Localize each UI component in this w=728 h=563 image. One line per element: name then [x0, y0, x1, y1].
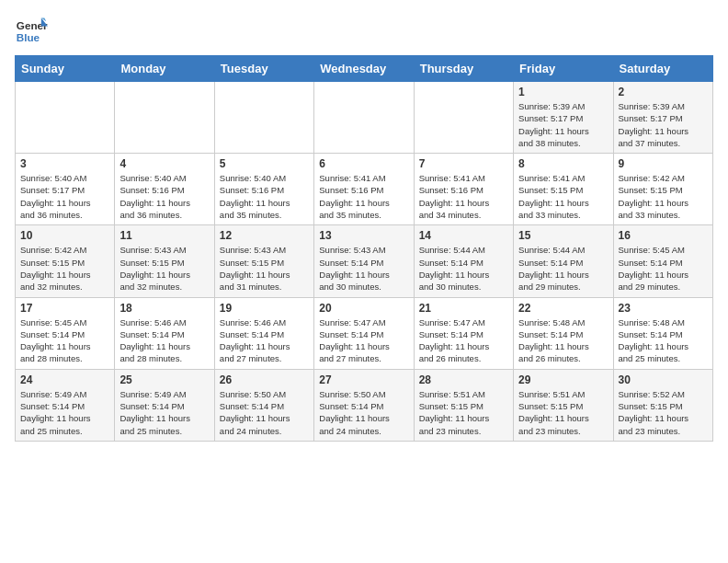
day-number: 14	[419, 229, 508, 242]
day-cell	[16, 82, 115, 154]
day-info: Sunrise: 5:39 AM Sunset: 5:17 PM Dayligh…	[619, 100, 708, 149]
calendar-table: SundayMondayTuesdayWednesdayThursdayFrid…	[15, 55, 713, 442]
day-number: 19	[220, 302, 309, 315]
day-cell: 19Sunrise: 5:46 AM Sunset: 5:14 PM Dayli…	[214, 297, 313, 369]
day-info: Sunrise: 5:48 AM Sunset: 5:14 PM Dayligh…	[619, 316, 708, 365]
week-row-3: 10Sunrise: 5:42 AM Sunset: 5:15 PM Dayli…	[16, 225, 713, 297]
day-info: Sunrise: 5:44 AM Sunset: 5:14 PM Dayligh…	[419, 244, 508, 293]
logo: General Blue	[15, 15, 48, 48]
week-row-4: 17Sunrise: 5:45 AM Sunset: 5:14 PM Dayli…	[16, 297, 713, 369]
svg-text:Blue: Blue	[17, 31, 40, 43]
day-number: 18	[119, 302, 209, 315]
day-number: 8	[518, 157, 608, 170]
day-info: Sunrise: 5:39 AM Sunset: 5:17 PM Dayligh…	[518, 100, 608, 149]
day-cell: 22Sunrise: 5:48 AM Sunset: 5:14 PM Dayli…	[514, 297, 613, 369]
day-cell: 1Sunrise: 5:39 AM Sunset: 5:17 PM Daylig…	[514, 82, 613, 154]
column-header-tuesday: Tuesday	[214, 56, 313, 82]
day-info: Sunrise: 5:44 AM Sunset: 5:14 PM Dayligh…	[518, 244, 608, 293]
day-info: Sunrise: 5:52 AM Sunset: 5:15 PM Dayligh…	[619, 388, 708, 437]
day-info: Sunrise: 5:50 AM Sunset: 5:14 PM Dayligh…	[220, 388, 309, 437]
day-info: Sunrise: 5:49 AM Sunset: 5:14 PM Dayligh…	[119, 388, 209, 437]
column-header-thursday: Thursday	[414, 56, 513, 82]
day-info: Sunrise: 5:41 AM Sunset: 5:15 PM Dayligh…	[518, 172, 608, 221]
day-cell	[115, 82, 214, 154]
day-cell: 13Sunrise: 5:43 AM Sunset: 5:14 PM Dayli…	[314, 225, 414, 297]
day-number: 24	[20, 373, 109, 386]
day-cell: 17Sunrise: 5:45 AM Sunset: 5:14 PM Dayli…	[16, 297, 115, 369]
day-number: 20	[319, 302, 408, 315]
day-cell: 11Sunrise: 5:43 AM Sunset: 5:15 PM Dayli…	[115, 225, 214, 297]
day-number: 23	[619, 302, 708, 315]
column-header-friday: Friday	[514, 56, 613, 82]
day-info: Sunrise: 5:42 AM Sunset: 5:15 PM Dayligh…	[20, 244, 109, 293]
day-number: 9	[619, 157, 708, 170]
day-cell: 21Sunrise: 5:47 AM Sunset: 5:14 PM Dayli…	[414, 297, 513, 369]
day-info: Sunrise: 5:40 AM Sunset: 5:17 PM Dayligh…	[20, 172, 109, 221]
day-cell: 2Sunrise: 5:39 AM Sunset: 5:17 PM Daylig…	[613, 82, 712, 154]
day-cell: 9Sunrise: 5:42 AM Sunset: 5:15 PM Daylig…	[613, 154, 712, 225]
day-number: 26	[220, 373, 309, 386]
day-cell: 26Sunrise: 5:50 AM Sunset: 5:14 PM Dayli…	[214, 369, 313, 441]
day-info: Sunrise: 5:49 AM Sunset: 5:14 PM Dayligh…	[20, 388, 109, 437]
day-cell: 6Sunrise: 5:41 AM Sunset: 5:16 PM Daylig…	[314, 154, 414, 225]
day-number: 22	[518, 302, 608, 315]
day-cell: 3Sunrise: 5:40 AM Sunset: 5:17 PM Daylig…	[16, 154, 115, 225]
day-number: 27	[319, 373, 408, 386]
day-cell: 29Sunrise: 5:51 AM Sunset: 5:15 PM Dayli…	[514, 369, 613, 441]
day-info: Sunrise: 5:46 AM Sunset: 5:14 PM Dayligh…	[119, 316, 209, 365]
day-number: 15	[518, 229, 608, 242]
calendar-header-row: SundayMondayTuesdayWednesdayThursdayFrid…	[16, 56, 713, 82]
day-number: 10	[20, 229, 109, 242]
day-cell: 15Sunrise: 5:44 AM Sunset: 5:14 PM Dayli…	[514, 225, 613, 297]
day-number: 3	[20, 157, 109, 170]
day-number: 11	[119, 229, 209, 242]
day-cell: 27Sunrise: 5:50 AM Sunset: 5:14 PM Dayli…	[314, 369, 414, 441]
day-number: 12	[220, 229, 309, 242]
day-info: Sunrise: 5:50 AM Sunset: 5:14 PM Dayligh…	[319, 388, 408, 437]
day-info: Sunrise: 5:40 AM Sunset: 5:16 PM Dayligh…	[220, 172, 309, 221]
day-info: Sunrise: 5:45 AM Sunset: 5:14 PM Dayligh…	[619, 244, 708, 293]
day-cell: 16Sunrise: 5:45 AM Sunset: 5:14 PM Dayli…	[613, 225, 712, 297]
day-cell: 28Sunrise: 5:51 AM Sunset: 5:15 PM Dayli…	[414, 369, 513, 441]
day-cell: 7Sunrise: 5:41 AM Sunset: 5:16 PM Daylig…	[414, 154, 513, 225]
column-header-sunday: Sunday	[16, 56, 115, 82]
day-info: Sunrise: 5:48 AM Sunset: 5:14 PM Dayligh…	[518, 316, 608, 365]
day-cell: 8Sunrise: 5:41 AM Sunset: 5:15 PM Daylig…	[514, 154, 613, 225]
day-cell: 5Sunrise: 5:40 AM Sunset: 5:16 PM Daylig…	[214, 154, 313, 225]
day-cell: 4Sunrise: 5:40 AM Sunset: 5:16 PM Daylig…	[115, 154, 214, 225]
day-cell: 14Sunrise: 5:44 AM Sunset: 5:14 PM Dayli…	[414, 225, 513, 297]
day-info: Sunrise: 5:43 AM Sunset: 5:14 PM Dayligh…	[319, 244, 408, 293]
day-number: 7	[419, 157, 508, 170]
day-cell: 25Sunrise: 5:49 AM Sunset: 5:14 PM Dayli…	[115, 369, 214, 441]
column-header-wednesday: Wednesday	[314, 56, 414, 82]
day-cell	[414, 82, 513, 154]
day-number: 5	[220, 157, 309, 170]
day-cell: 24Sunrise: 5:49 AM Sunset: 5:14 PM Dayli…	[16, 369, 115, 441]
day-number: 13	[319, 229, 408, 242]
week-row-2: 3Sunrise: 5:40 AM Sunset: 5:17 PM Daylig…	[16, 154, 713, 225]
day-number: 16	[619, 229, 708, 242]
day-info: Sunrise: 5:46 AM Sunset: 5:14 PM Dayligh…	[220, 316, 309, 365]
day-cell: 23Sunrise: 5:48 AM Sunset: 5:14 PM Dayli…	[613, 297, 712, 369]
day-cell	[214, 82, 313, 154]
day-info: Sunrise: 5:43 AM Sunset: 5:15 PM Dayligh…	[220, 244, 309, 293]
day-info: Sunrise: 5:51 AM Sunset: 5:15 PM Dayligh…	[518, 388, 608, 437]
day-cell: 10Sunrise: 5:42 AM Sunset: 5:15 PM Dayli…	[16, 225, 115, 297]
day-number: 1	[518, 86, 608, 98]
day-number: 29	[518, 373, 608, 386]
week-row-5: 24Sunrise: 5:49 AM Sunset: 5:14 PM Dayli…	[16, 369, 713, 441]
logo-icon: General Blue	[15, 15, 48, 48]
page-header: General Blue	[15, 15, 713, 48]
column-header-monday: Monday	[115, 56, 214, 82]
day-info: Sunrise: 5:47 AM Sunset: 5:14 PM Dayligh…	[419, 316, 508, 365]
week-row-1: 1Sunrise: 5:39 AM Sunset: 5:17 PM Daylig…	[16, 82, 713, 154]
day-cell	[314, 82, 414, 154]
day-info: Sunrise: 5:51 AM Sunset: 5:15 PM Dayligh…	[419, 388, 508, 437]
day-number: 2	[619, 86, 708, 98]
day-info: Sunrise: 5:41 AM Sunset: 5:16 PM Dayligh…	[319, 172, 408, 221]
day-info: Sunrise: 5:45 AM Sunset: 5:14 PM Dayligh…	[20, 316, 109, 365]
day-cell: 30Sunrise: 5:52 AM Sunset: 5:15 PM Dayli…	[613, 369, 712, 441]
day-number: 25	[119, 373, 209, 386]
day-info: Sunrise: 5:43 AM Sunset: 5:15 PM Dayligh…	[119, 244, 209, 293]
day-info: Sunrise: 5:47 AM Sunset: 5:14 PM Dayligh…	[319, 316, 408, 365]
